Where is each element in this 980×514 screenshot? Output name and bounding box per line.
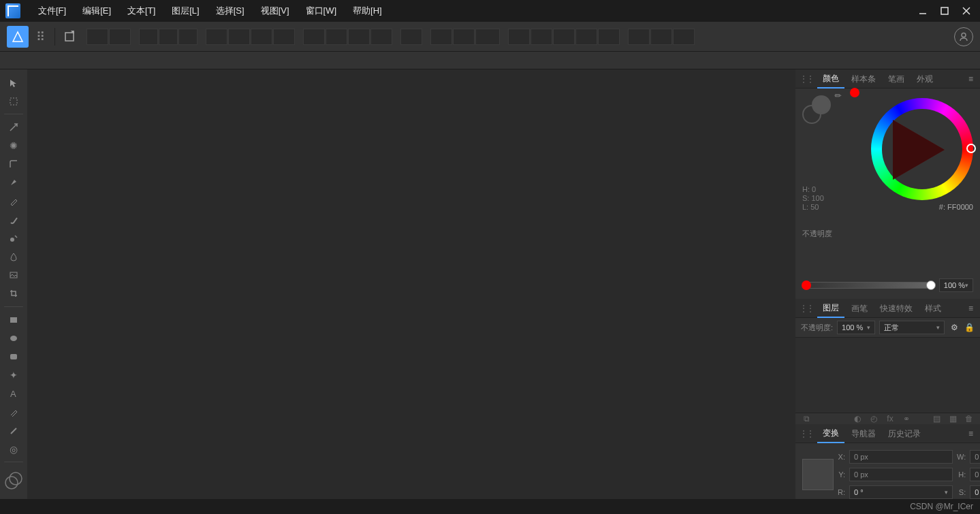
tb-button[interactable] xyxy=(673,29,695,45)
blend-mode-field[interactable]: 正常▾ xyxy=(879,321,945,334)
maximize-button[interactable] xyxy=(934,0,955,22)
tb-button[interactable] xyxy=(531,29,552,45)
link-icon[interactable]: ⚭ xyxy=(901,413,912,424)
tb-button[interactable] xyxy=(400,29,422,45)
tab-brushes[interactable]: 画笔 xyxy=(846,300,873,317)
r-field[interactable]: 0 °▾ xyxy=(849,485,953,499)
tb-button[interactable] xyxy=(178,29,197,45)
pixel-persona-icon[interactable]: ⠿ xyxy=(31,28,49,46)
tb-button[interactable] xyxy=(348,29,370,45)
tb-button[interactable] xyxy=(159,29,178,45)
pencil-tool[interactable] xyxy=(4,193,23,209)
menu-edit[interactable]: 编辑[E] xyxy=(74,0,119,22)
grip-icon[interactable]: ⋮⋮ xyxy=(800,429,813,438)
layers-list[interactable] xyxy=(795,338,980,413)
color-triangle[interactable] xyxy=(893,120,945,180)
tb-button[interactable] xyxy=(109,29,131,45)
tb-dropdown[interactable] xyxy=(475,29,500,45)
delete-icon[interactable]: 🗑 xyxy=(964,413,975,424)
fx-icon[interactable]: fx xyxy=(885,413,896,424)
menu-text[interactable]: 文本[T] xyxy=(119,0,163,22)
grip-icon[interactable]: ⋮⋮ xyxy=(800,304,813,313)
adjustment-icon[interactable]: ◴ xyxy=(868,413,879,424)
layer-opacity-field[interactable]: 100 %▾ xyxy=(837,321,875,334)
eyedropper-icon[interactable]: ✎ xyxy=(833,91,844,102)
h-field[interactable] xyxy=(970,468,980,481)
corner-tool[interactable] xyxy=(4,157,23,172)
brush-tool[interactable] xyxy=(4,212,23,227)
place-image-tool[interactable] xyxy=(4,268,23,283)
tb-button[interactable] xyxy=(86,29,108,45)
close-button[interactable] xyxy=(955,0,977,22)
text-tool[interactable]: A xyxy=(4,386,23,402)
panel-menu-icon[interactable]: ≡ xyxy=(966,304,976,313)
tb-button[interactable] xyxy=(430,29,452,45)
grip-icon[interactable]: ⋮⋮ xyxy=(800,74,813,84)
view-tool[interactable] xyxy=(4,423,23,438)
menu-window[interactable]: 窗口[W] xyxy=(298,0,345,22)
tab-swatches[interactable]: 样本条 xyxy=(846,70,881,88)
tb-button[interactable] xyxy=(598,29,620,45)
tb-button[interactable] xyxy=(326,29,347,45)
tb-button[interactable] xyxy=(303,29,325,45)
export-persona-icon[interactable] xyxy=(61,28,78,46)
x-field[interactable] xyxy=(849,450,953,464)
tb-button[interactable] xyxy=(273,29,295,45)
menu-file[interactable]: 文件[F] xyxy=(30,0,74,22)
zoom-tool[interactable]: ◎ xyxy=(4,441,23,457)
fill-swatch[interactable] xyxy=(812,95,831,114)
tab-transform[interactable]: 变换 xyxy=(817,424,844,443)
tab-stroke[interactable]: 笔画 xyxy=(883,70,910,88)
ellipse-tool[interactable] xyxy=(4,330,23,346)
fill-stroke-swatch[interactable] xyxy=(4,467,23,494)
tab-appearance[interactable]: 外观 xyxy=(911,70,938,88)
tb-button[interactable] xyxy=(370,29,392,45)
add-layer-icon[interactable]: ▦ xyxy=(947,413,958,424)
crop-tool[interactable] xyxy=(4,286,23,302)
transparency-tool[interactable] xyxy=(4,249,23,265)
panel-menu-icon[interactable]: ≡ xyxy=(966,429,976,438)
menu-view[interactable]: 视图[V] xyxy=(253,0,298,22)
menu-help[interactable]: 帮助[H] xyxy=(345,0,390,22)
canvas-area[interactable] xyxy=(27,69,795,499)
pen-tool[interactable] xyxy=(4,175,23,191)
tb-button[interactable] xyxy=(139,29,158,45)
rounded-rect-tool[interactable] xyxy=(4,349,23,364)
artboard-tool[interactable] xyxy=(4,93,23,109)
tab-color[interactable]: 颜色 xyxy=(817,69,844,89)
colour-picker-tool[interactable] xyxy=(4,404,23,420)
move-tool[interactable] xyxy=(4,75,23,91)
y-field[interactable] xyxy=(849,468,953,481)
w-field[interactable] xyxy=(970,450,980,464)
tb-button[interactable] xyxy=(508,29,530,45)
tb-button[interactable] xyxy=(650,29,672,45)
tb-button[interactable] xyxy=(228,29,250,45)
tab-history[interactable]: 历史记录 xyxy=(883,425,926,443)
gear-icon[interactable]: ⚙ xyxy=(949,322,960,333)
tb-button[interactable] xyxy=(575,29,597,45)
tb-button[interactable] xyxy=(553,29,575,45)
hue-marker[interactable] xyxy=(966,144,976,153)
tb-button[interactable] xyxy=(453,29,475,45)
add-sublayer-icon[interactable]: ▤ xyxy=(931,413,942,424)
opacity-slider[interactable] xyxy=(802,282,935,289)
persona-designer-icon[interactable] xyxy=(7,26,29,48)
duplicate-icon[interactable]: ⧉ xyxy=(801,413,812,424)
tab-navigator[interactable]: 导航器 xyxy=(846,425,881,443)
tb-button[interactable] xyxy=(206,29,227,45)
rectangle-tool[interactable] xyxy=(4,312,23,327)
tab-effects[interactable]: 快速特效 xyxy=(874,300,918,317)
menu-layer[interactable]: 图层[L] xyxy=(163,0,207,22)
minimize-button[interactable] xyxy=(912,0,934,22)
opacity-field[interactable]: 100 %▾ xyxy=(939,278,973,292)
node-tool[interactable] xyxy=(4,119,23,135)
shapes-tool[interactable]: ✦ xyxy=(4,368,23,383)
account-icon[interactable] xyxy=(954,27,973,46)
fill-tool[interactable] xyxy=(4,230,23,246)
tab-styles[interactable]: 样式 xyxy=(919,300,947,317)
fill-stroke-selector[interactable] xyxy=(802,95,831,124)
mask-icon[interactable]: ◐ xyxy=(852,413,863,424)
tb-button[interactable] xyxy=(251,29,272,45)
menu-select[interactable]: 选择[S] xyxy=(208,0,253,22)
point-transform-tool[interactable]: ✺ xyxy=(4,138,23,154)
